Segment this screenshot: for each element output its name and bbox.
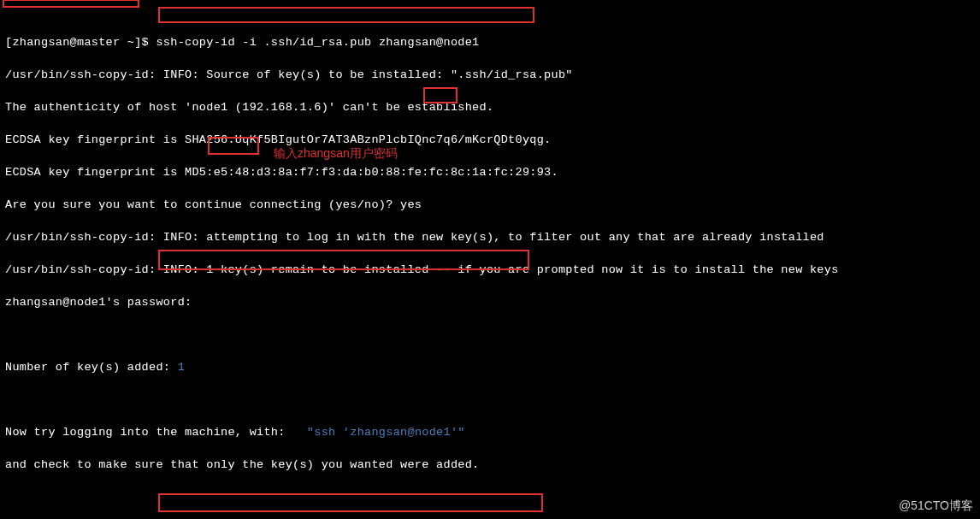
- terminal-output[interactable]: [zhangsan@master ~]$ ssh-copy-id -i .ssh…: [5, 2, 975, 519]
- info-attempt-login-1: /usr/bin/ssh-copy-id: INFO: attempting t…: [5, 229, 975, 245]
- try-login-label-1: Now try logging into the machine, with:: [5, 426, 307, 439]
- auth-host-node1: The authenticity of host 'node1 (192.168…: [5, 99, 975, 115]
- fingerprint-md5-1: ECDSA key fingerprint is MD5:e5:48:d3:8a…: [5, 164, 975, 180]
- annotation-password: 输入zhangsan用户密码: [274, 145, 398, 162]
- info-keys-remain-1: /usr/bin/ssh-copy-id: INFO: 1 key(s) rem…: [5, 262, 975, 278]
- keys-added-count-1: 1: [178, 361, 185, 374]
- confirm-connect-1: Are you sure you want to continue connec…: [5, 197, 975, 213]
- info-source-keys-1: /usr/bin/ssh-copy-id: INFO: Source of ke…: [5, 67, 975, 83]
- fingerprint-sha256-1: ECDSA key fingerprint is SHA256:UqKf5BIg…: [5, 132, 975, 148]
- keys-added-label-1: Number of key(s) added:: [5, 361, 178, 374]
- prompt-node1: [zhangsan@master ~]$: [5, 36, 156, 49]
- watermark: @51CTO博客: [899, 498, 973, 514]
- password-prompt-1: zhangsan@node1's password:: [5, 294, 975, 310]
- command-node1: ssh-copy-id -i .ssh/id_rsa.pub zhangsan@…: [156, 36, 479, 49]
- highlight-box-top: [3, 0, 139, 8]
- check-advice-1: and check to make sure that only the key…: [5, 457, 975, 473]
- try-login-command-1: "ssh 'zhangsan@node1'": [307, 426, 465, 439]
